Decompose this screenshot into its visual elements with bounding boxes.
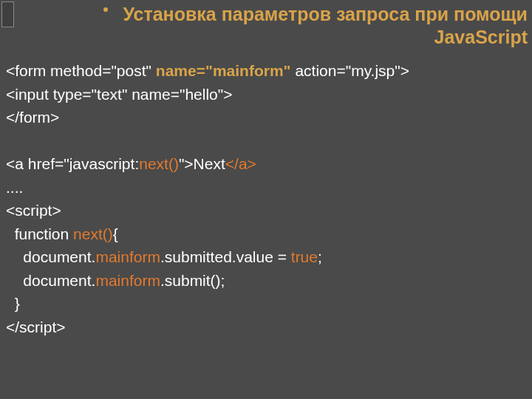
- code-highlight: true: [291, 248, 318, 265]
- code-text: ">Next: [179, 155, 225, 172]
- slide: Установка параметров запроса при помощи …: [0, 0, 532, 399]
- code-line-2: <input type="text" name="hello">: [6, 86, 233, 103]
- code-line-3: </form>: [6, 109, 59, 126]
- code-line-12: </script>: [6, 318, 66, 335]
- slide-title: Установка параметров запроса при помощи …: [111, 3, 528, 50]
- code-text: document.: [6, 272, 95, 289]
- code-block: <form method="post" name="mainform" acti…: [6, 59, 526, 338]
- code-highlight: next(): [139, 155, 179, 172]
- code-line-9: document.mainform.submitted.value = true…: [6, 248, 322, 265]
- code-line-8: function next(){: [6, 225, 118, 242]
- code-line-10: document.mainform.submit();: [6, 272, 225, 289]
- code-line-6: ....: [6, 179, 23, 196]
- corner-decoration: [1, 1, 14, 27]
- code-text: <form method="post": [6, 62, 156, 79]
- code-line-7: <script>: [6, 202, 61, 219]
- code-text: function: [6, 225, 73, 242]
- code-text: document.: [6, 248, 95, 265]
- code-line-11: }: [6, 295, 20, 312]
- code-text: {: [113, 225, 118, 242]
- code-text: .submitted.value =: [160, 248, 291, 265]
- code-text: <a href="javascript:: [6, 155, 139, 172]
- code-text: .submit();: [160, 272, 225, 289]
- code-text: action="my.jsp">: [291, 62, 409, 79]
- code-highlight: </a>: [225, 155, 256, 172]
- code-line-1: <form method="post" name="mainform" acti…: [6, 62, 409, 79]
- code-highlight: next(): [73, 225, 113, 242]
- code-highlight: name="mainform": [156, 62, 291, 79]
- code-line-5: <a href="javascript:next()">Next</a>: [6, 155, 256, 172]
- code-highlight: mainform: [95, 272, 160, 289]
- code-text: ;: [318, 248, 322, 265]
- title-bullet-icon: [103, 7, 108, 12]
- code-highlight: mainform: [95, 248, 160, 265]
